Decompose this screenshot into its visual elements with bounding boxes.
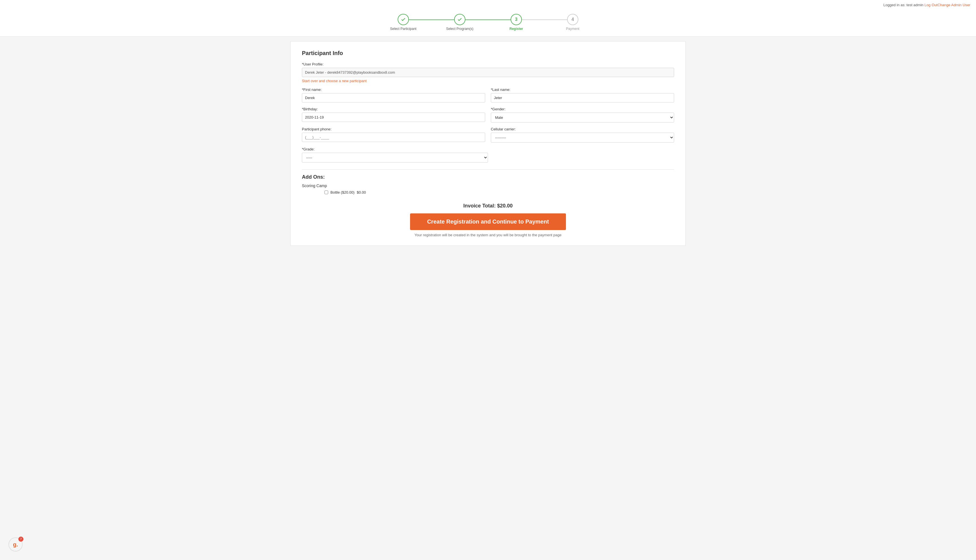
first-name-label: *First name: (302, 88, 485, 92)
header: Logged in as: test admin Log Out Change … (0, 0, 976, 37)
birthday-gender-row: *Birthday: *Gender: Male Female Other (302, 107, 674, 127)
step-label-3: Register (509, 27, 523, 31)
change-admin-link[interactable]: Change Admin User (938, 3, 970, 7)
step-circle-1 (398, 14, 409, 25)
submit-note: Your registration will be created in the… (302, 233, 674, 237)
last-name-input[interactable] (491, 93, 674, 102)
invoice-total-label: Invoice Total: (464, 203, 496, 208)
phone-input[interactable] (302, 133, 485, 142)
addon-camp-name: Scoring Camp (302, 183, 674, 188)
addons-title: Add Ons: (302, 174, 674, 180)
invoice-section: Invoice Total: $20.00 Create Registratio… (302, 203, 674, 237)
birthday-col: *Birthday: (302, 107, 485, 127)
step-payment: 4 Payment (544, 14, 601, 31)
participant-info-title: Participant Info (302, 50, 674, 57)
user-profile-input (302, 68, 674, 77)
carrier-label: Cellular carrier: (491, 127, 674, 131)
step-register: 3 Register (488, 14, 544, 31)
carrier-select[interactable]: --------- AT&T Verizon T-Mobile Sprint (491, 133, 674, 143)
last-name-group: *Last name: (491, 88, 674, 102)
invoice-total-value: $20.00 (497, 203, 512, 208)
addon-bottle-price: $0.00 (357, 190, 366, 195)
phone-label: Participant phone: (302, 127, 485, 131)
user-profile-group: *User Profile: Start over and choose a n… (302, 62, 674, 83)
step-circle-3: 3 (511, 14, 522, 25)
carrier-group: Cellular carrier: --------- AT&T Verizon… (491, 127, 674, 143)
name-row: *First name: *Last name: (302, 88, 674, 107)
step-select-participant: Select Participant (375, 14, 432, 31)
gender-group: *Gender: Male Female Other (491, 107, 674, 122)
phone-group: Participant phone: (302, 127, 485, 142)
birthday-group: *Birthday: (302, 107, 485, 122)
step-label-4: Payment (566, 27, 579, 31)
addon-item-bottle: Bottle ($20.00) $0.00 (302, 190, 674, 195)
birthday-input[interactable] (302, 113, 485, 122)
gender-col: *Gender: Male Female Other (491, 107, 674, 127)
invoice-total: Invoice Total: $20.00 (302, 203, 674, 209)
gender-label: *Gender: (491, 107, 674, 111)
start-over-link[interactable]: Start over and choose a new participant (302, 79, 367, 83)
main-content: Participant Info *User Profile: Start ov… (290, 41, 686, 246)
step-label-2: Select Program(s) (446, 27, 474, 31)
last-name-col: *Last name: (491, 88, 674, 107)
stepper: Select Participant Select Program(s) 3 R… (6, 9, 970, 37)
carrier-col: Cellular carrier: --------- AT&T Verizon… (491, 127, 674, 147)
first-name-input[interactable] (302, 93, 485, 102)
step-circle-4: 4 (567, 14, 578, 25)
first-name-group: *First name: (302, 88, 485, 102)
top-bar: Logged in as: test admin Log Out Change … (6, 3, 970, 9)
grade-label: *Grade: (302, 147, 674, 151)
phone-carrier-row: Participant phone: Cellular carrier: ---… (302, 127, 674, 147)
step-circle-2 (454, 14, 465, 25)
step-label-1: Select Participant (390, 27, 416, 31)
addon-bottle-label: Bottle ($20.00) (330, 190, 354, 195)
logged-in-text: Logged in as: test admin (883, 3, 923, 7)
submit-button[interactable]: Create Registration and Continue to Paym… (410, 213, 566, 230)
grade-select[interactable]: ----- K 1 2 3 4 5 6 7 8 9 10 11 12 (302, 153, 488, 163)
addons-section: Add Ons: Scoring Camp Bottle ($20.00) $0… (302, 169, 674, 195)
grade-group: *Grade: ----- K 1 2 3 4 5 6 7 8 9 10 11 … (302, 147, 674, 163)
addon-bottle-checkbox[interactable] (324, 190, 328, 194)
logout-link[interactable]: Log Out (924, 3, 937, 7)
gender-select[interactable]: Male Female Other (491, 113, 674, 122)
user-profile-label: *User Profile: (302, 62, 674, 66)
last-name-label: *Last name: (491, 88, 674, 92)
step-select-programs: Select Program(s) (432, 14, 488, 31)
phone-col: Participant phone: (302, 127, 485, 147)
first-name-col: *First name: (302, 88, 485, 107)
birthday-label: *Birthday: (302, 107, 485, 111)
